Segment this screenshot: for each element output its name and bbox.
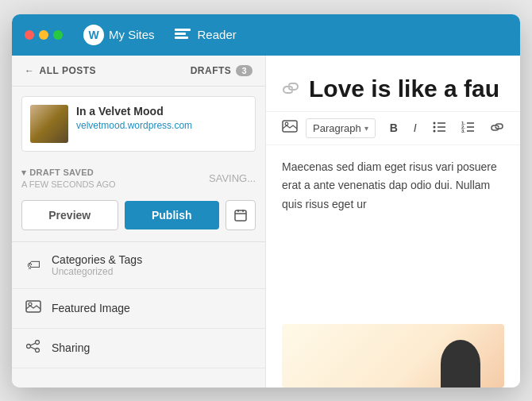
featured-image-text: Featured Image [52, 302, 130, 314]
svg-rect-3 [235, 210, 246, 221]
reader-icon [174, 26, 191, 44]
all-posts-label: ALL POSTS [40, 65, 97, 76]
ordered-list-button[interactable]: 1. 2. 3. [455, 118, 480, 138]
drafts-count: 3 [236, 65, 253, 76]
editor-body[interactable]: Maecenas sed diam eget risus vari posuer… [266, 145, 520, 324]
action-buttons: Preview Publish [12, 194, 265, 241]
sharing-title: Sharing [52, 341, 90, 354]
svg-rect-7 [26, 301, 40, 312]
sharing-text: Sharing [52, 341, 90, 354]
categories-tags-subtitle: Uncategorized [52, 266, 142, 277]
categories-tags-title: Categories & Tags [52, 253, 142, 266]
back-arrow-icon: ← [25, 65, 35, 76]
featured-image-title: Featured Image [52, 302, 130, 314]
italic-button[interactable]: I [407, 118, 423, 137]
link-button[interactable] [484, 118, 511, 137]
my-sites-label: My Sites [109, 28, 155, 41]
svg-point-9 [36, 340, 40, 344]
editor-title-row: Love is like a fau [266, 56, 520, 111]
svg-rect-1 [175, 33, 186, 35]
svg-rect-14 [283, 121, 297, 132]
post-title: In a Velvet Mood [76, 105, 247, 118]
link-icon [282, 79, 299, 99]
unordered-list-button[interactable] [426, 118, 452, 138]
preview-button[interactable]: Preview [21, 200, 118, 230]
chevron-down-icon: ▾ [21, 168, 26, 178]
all-posts-button[interactable]: ← ALL POSTS [25, 65, 96, 76]
tag-icon: 🏷 [25, 257, 42, 273]
wordpress-icon: W [85, 26, 102, 44]
svg-rect-0 [175, 29, 191, 31]
insert-image-icon[interactable] [282, 120, 298, 137]
sidebar: ← ALL POSTS DRAFTS 3 In a Velvet Mood ve… [12, 56, 266, 388]
post-info: In a Velvet Mood velvetmood.wordpress.co… [76, 105, 247, 131]
close-button[interactable] [25, 30, 34, 40]
bold-button[interactable]: B [384, 118, 404, 137]
svg-line-12 [30, 343, 35, 345]
nav-bar: W My Sites Reader [85, 26, 237, 44]
share-icon [25, 340, 42, 357]
svg-point-17 [433, 125, 435, 128]
saving-text: SAVING... [209, 172, 256, 184]
app-window: W My Sites Reader [12, 14, 520, 388]
main-content: ← ALL POSTS DRAFTS 3 In a Velvet Mood ve… [12, 56, 520, 388]
svg-line-13 [30, 347, 35, 349]
nav-my-sites[interactable]: W My Sites [85, 26, 155, 44]
editor-pane: Love is like a fau Paragraph ▾ B I [266, 56, 520, 388]
reader-label: Reader [198, 28, 237, 41]
svg-rect-2 [175, 37, 188, 39]
nav-reader[interactable]: Reader [174, 26, 237, 44]
image-icon [25, 300, 42, 317]
svg-text:3.: 3. [461, 129, 465, 133]
titlebar: W My Sites Reader [12, 14, 520, 56]
calendar-button[interactable] [226, 200, 256, 230]
status-bar: ▾ DRAFT SAVED A FEW SECONDS AGO SAVING..… [12, 161, 265, 194]
format-select[interactable]: Paragraph ▾ [306, 118, 376, 138]
sidebar-item-categories-tags[interactable]: 🏷 Categories & Tags Uncategorized [12, 242, 265, 289]
sidebar-item-featured-image[interactable]: Featured Image [12, 289, 265, 329]
sidebar-menu: 🏷 Categories & Tags Uncategorized [12, 241, 265, 368]
svg-point-16 [433, 121, 435, 124]
maximize-button[interactable] [53, 30, 63, 40]
post-card[interactable]: In a Velvet Mood velvetmood.wordpress.co… [21, 96, 256, 152]
person-silhouette [441, 340, 480, 388]
drafts-button[interactable]: DRAFTS 3 [191, 65, 253, 76]
window-controls [25, 30, 63, 40]
svg-point-10 [27, 344, 31, 348]
draft-status: ▾ DRAFT SAVED A FEW SECONDS AGO [21, 168, 116, 189]
editor-body-text: Maecenas sed diam eget risus vari posuer… [282, 158, 504, 214]
post-thumbnail [30, 105, 68, 143]
drafts-label: DRAFTS [191, 65, 232, 76]
editor-image-area [282, 324, 504, 388]
editor-toolbar: Paragraph ▾ B I [266, 111, 520, 145]
sidebar-item-sharing[interactable]: Sharing [12, 329, 265, 368]
publish-button[interactable]: Publish [125, 201, 220, 229]
minimize-button[interactable] [39, 30, 48, 40]
format-label: Paragraph [313, 122, 361, 134]
sidebar-header: ← ALL POSTS DRAFTS 3 [12, 56, 265, 87]
draft-label: ▾ DRAFT SAVED [21, 168, 116, 178]
categories-tags-text: Categories & Tags Uncategorized [52, 253, 142, 277]
draft-time: A FEW SECONDS AGO [21, 179, 116, 189]
svg-point-18 [433, 129, 435, 132]
svg-point-11 [36, 348, 40, 352]
format-chevron-icon: ▾ [364, 124, 368, 133]
post-url: velvetmood.wordpress.com [76, 120, 247, 131]
editor-title[interactable]: Love is like a fau [309, 75, 499, 103]
